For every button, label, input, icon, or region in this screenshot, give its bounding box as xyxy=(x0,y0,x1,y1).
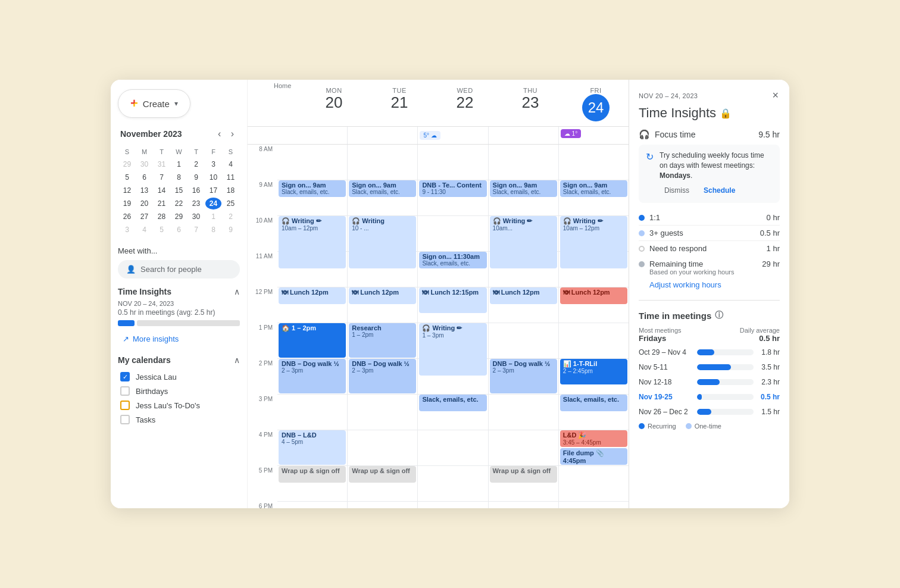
mini-cal-day[interactable]: 6 xyxy=(136,171,152,183)
mini-cal-day[interactable]: 29 xyxy=(171,211,187,223)
mini-cal-day[interactable]: 22 xyxy=(171,198,187,209)
adjust-working-hours-button[interactable]: Adjust working hours xyxy=(649,278,721,292)
calendar-event-24[interactable]: DNB – L&D4 – 5pm xyxy=(279,430,346,465)
mini-cal-day[interactable]: 25 xyxy=(223,198,239,209)
calendar-event-4[interactable]: Sign on... 9amSlack, emails, etc. xyxy=(560,180,627,197)
mini-cal-day[interactable]: 29 xyxy=(119,158,135,170)
mini-cal-day[interactable]: 5 xyxy=(154,224,170,236)
calendar-event-0[interactable]: Sign on... 9amSlack, emails, etc. xyxy=(279,180,346,197)
mini-cal-day[interactable]: 21 xyxy=(154,198,170,209)
calendar-event-27[interactable]: Wrap up & sign off xyxy=(279,466,346,483)
calendar-checkbox[interactable]: ✓ xyxy=(120,372,130,381)
mini-cal-day[interactable]: 12 xyxy=(119,184,135,196)
calendar-event-21[interactable]: 📊 1-T-RLil2 – 2:45pm xyxy=(560,359,627,384)
calendar-event-20[interactable]: DNB – Dog walk ½2 – 3pm xyxy=(490,359,557,393)
calendar-checkbox[interactable] xyxy=(120,386,130,396)
calendar-event-26[interactable]: File dump 📎 4:45pmWrap up & sign off xyxy=(560,448,627,465)
calendar-event-23[interactable]: Slack, emails, etc. xyxy=(560,395,627,411)
insights-section: Time Insights ∧ NOV 20 – 24, 2023 0.5 hr… xyxy=(118,287,240,346)
mini-cal-day[interactable]: 9 xyxy=(188,171,204,183)
dismiss-button[interactable]: Dismiss xyxy=(660,184,694,197)
calendar-event-29[interactable]: Wrap up & sign off xyxy=(490,466,557,483)
mini-cal-day[interactable]: 26 xyxy=(119,211,135,223)
mini-cal-day[interactable]: 6 xyxy=(171,224,187,236)
calendar-event-5[interactable]: 🎧 Writing ✏10am – 12pm xyxy=(279,216,346,268)
mini-cal-day[interactable]: 18 xyxy=(223,184,239,196)
calendar-item-3[interactable]: Tasks xyxy=(118,412,240,427)
calendar-item-1[interactable]: Birthdays xyxy=(118,384,240,398)
info-icon[interactable]: ⓘ xyxy=(715,310,723,321)
calendar-event-7[interactable]: 🎧 Writing ✏10am... xyxy=(490,216,557,268)
calendar-event-2[interactable]: DNB - Te... Content9 - 11:30 xyxy=(419,180,486,197)
mini-cal-day[interactable]: 16 xyxy=(188,184,204,196)
meet-with-label: Meet with... xyxy=(118,246,240,255)
calendar-item-0[interactable]: ✓Jessica Lau xyxy=(118,370,240,384)
calendar-event-8[interactable]: 🎧 Writing ✏10am – 12pm xyxy=(560,216,627,268)
mini-cal-day[interactable]: 10 xyxy=(205,171,221,183)
more-insights-button[interactable]: ↗ More insights xyxy=(118,332,183,346)
mini-cal-day[interactable]: 27 xyxy=(136,211,152,223)
mini-cal-day[interactable]: 8 xyxy=(205,224,221,236)
time-slot: 2 PM xyxy=(248,359,277,395)
mini-cal-day[interactable]: 7 xyxy=(188,224,204,236)
calendar-event-17[interactable]: 🎧 Writing ✏1 – 3pm xyxy=(419,323,486,376)
calendar-checkbox[interactable] xyxy=(120,401,130,410)
mini-cal-day[interactable]: 13 xyxy=(136,184,152,196)
calendar-event-22[interactable]: Slack, emails, etc. xyxy=(419,395,486,411)
calendar-checkbox[interactable] xyxy=(120,415,130,424)
calendar-event-6[interactable]: 🎧 Writing10 - ... xyxy=(349,216,416,268)
mini-cal-day[interactable]: 5 xyxy=(119,171,135,183)
mini-cal-day[interactable]: 30 xyxy=(136,158,152,170)
mini-cal-day[interactable]: 2 xyxy=(188,158,204,170)
calendar-event-13[interactable]: 🍽 Lunch 12pm xyxy=(490,287,557,304)
mini-cal-day[interactable]: 15 xyxy=(171,184,187,196)
calendar-event-25[interactable]: L&D 🎉3:45 – 4:45pm xyxy=(560,430,627,447)
calendar-event-19[interactable]: DNB – Dog walk ½2 – 3pm xyxy=(349,359,416,393)
mini-cal-day[interactable]: 11 xyxy=(223,171,239,183)
calendar-event-15[interactable]: 🏠 1 – 2pm xyxy=(279,323,346,358)
create-button[interactable]: + Create ▾ xyxy=(118,89,190,118)
mini-cal-day[interactable]: 4 xyxy=(136,224,152,236)
mini-cal-day[interactable]: 3 xyxy=(119,224,135,236)
mini-cal-day[interactable]: 1 xyxy=(205,211,221,223)
mini-cal-day[interactable]: 2 xyxy=(223,211,239,223)
mini-cal-day[interactable]: 7 xyxy=(154,171,170,183)
more-insights-label: More insights xyxy=(133,334,179,343)
mini-cal-day[interactable]: 1 xyxy=(171,158,187,170)
meetings-section: Time in meetings ⓘ Most meetings Fridays… xyxy=(639,310,780,430)
mini-cal-day[interactable]: 14 xyxy=(154,184,170,196)
day-col-header-MON: MON20 xyxy=(301,80,367,126)
calendar-event-16[interactable]: Research1 – 2pm xyxy=(349,323,416,358)
panel-close-button[interactable]: × xyxy=(771,88,780,103)
search-people-button[interactable]: 👤 Search for people xyxy=(118,260,240,279)
mini-cal-day[interactable]: 9 xyxy=(223,224,239,236)
calendar-event-10[interactable]: 🍽 Lunch 12pm xyxy=(279,287,346,304)
mini-cal-day[interactable]: 24 xyxy=(205,198,221,209)
calendar-event-1[interactable]: Sign on... 9amSlack, emails, etc. xyxy=(349,180,416,197)
calendar-event-3[interactable]: Sign on... 9amSlack, emails, etc. xyxy=(490,180,557,197)
mini-cal-day[interactable]: 23 xyxy=(188,198,204,209)
mini-cal-day[interactable]: 19 xyxy=(119,198,135,209)
calendar-event-14[interactable]: 🍽 Lunch 12pm xyxy=(560,287,627,304)
calendar-event-12[interactable]: 🍽 Lunch 12:15pm xyxy=(419,287,486,313)
mini-cal-prev[interactable]: ‹ xyxy=(214,127,224,140)
mini-cal-day[interactable]: 4 xyxy=(223,158,239,170)
mini-cal-day[interactable]: 17 xyxy=(205,184,221,196)
calendar-item-2[interactable]: Jess Lau's To-Do's xyxy=(118,398,240,412)
mini-cal-day[interactable]: 3 xyxy=(205,158,221,170)
calendar-event-18[interactable]: DNB – Dog walk ½2 – 3pm xyxy=(279,359,346,393)
mini-cal-day[interactable]: 8 xyxy=(171,171,187,183)
mini-cal-day[interactable]: 28 xyxy=(154,211,170,223)
bar-value: 0.5 hr xyxy=(758,393,780,401)
calendar-event-11[interactable]: 🍽 Lunch 12pm xyxy=(349,287,416,304)
allday-col-wed: 5° ☁ xyxy=(417,127,488,144)
mini-cal-day[interactable]: 30 xyxy=(188,211,204,223)
allday-event-fri[interactable]: ☁ 1° xyxy=(561,129,581,138)
mini-cal-next[interactable]: › xyxy=(227,127,238,140)
schedule-button[interactable]: Schedule xyxy=(699,184,740,197)
calendar-event-9[interactable]: Sign on... 11:30amSlack, emails, etc. xyxy=(419,252,486,268)
mini-cal-day[interactable]: 31 xyxy=(154,158,170,170)
mini-cal-day[interactable]: 20 xyxy=(136,198,152,209)
calendar-event-28[interactable]: Wrap up & sign off xyxy=(349,466,416,483)
day-col-0: Sign on... 9amSlack, emails, etc.🎧 Writi… xyxy=(277,145,347,508)
